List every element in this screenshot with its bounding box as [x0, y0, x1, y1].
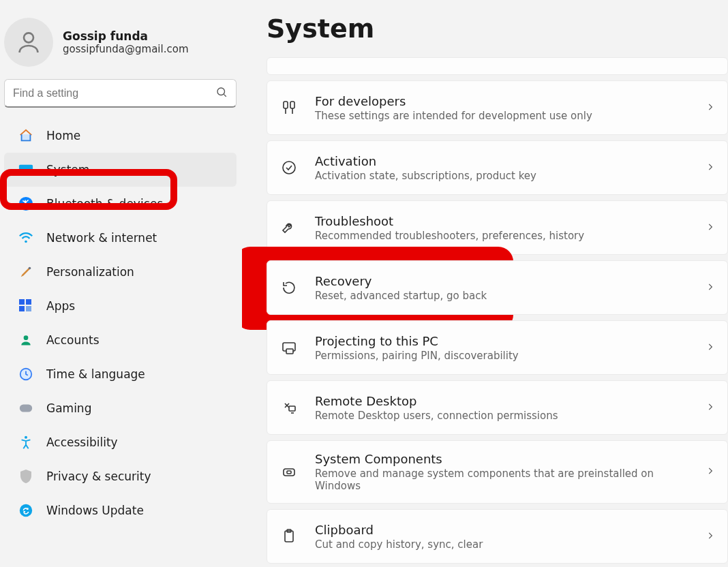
card-remote-desktop[interactable]: Remote Desktop Remote Desktop users, con… — [267, 380, 728, 435]
card-title: Activation — [315, 154, 689, 168]
card-text: Clipboard Cut and copy history, sync, cl… — [315, 523, 689, 551]
nav-label: Bluetooth & devices — [46, 197, 163, 211]
chevron-right-icon — [706, 401, 715, 414]
card-for-developers[interactable]: For developers These settings are intend… — [267, 80, 728, 135]
card-sub: These settings are intended for developm… — [315, 110, 689, 122]
nav-label: Apps — [46, 299, 75, 313]
card-title: Projecting to this PC — [315, 334, 689, 348]
recovery-highlight-wrap: Recovery Reset, advanced startup, go bac… — [267, 260, 728, 315]
nav-home[interactable]: Home — [4, 119, 237, 153]
svg-point-7 — [29, 267, 31, 270]
nav-privacy[interactable]: Privacy & security — [4, 459, 237, 493]
bluetooth-icon — [18, 196, 34, 212]
avatar — [4, 18, 53, 67]
user-text: Gossip funda gossipfunda@gmail.com — [63, 29, 189, 55]
chevron-right-icon — [706, 465, 715, 478]
card-stub-top[interactable] — [267, 57, 728, 75]
nav-label: Accounts — [46, 333, 100, 347]
shield-icon — [18, 468, 34, 485]
card-text: Activation Activation state, subscriptio… — [315, 154, 689, 182]
card-text: Troubleshoot Recommended troubleshooters… — [315, 214, 689, 242]
nav-gaming[interactable]: Gaming — [4, 391, 237, 425]
nav-label: Privacy & security — [46, 470, 151, 483]
nav-time-language[interactable]: Time & language — [4, 357, 237, 391]
card-text: Remote Desktop Remote Desktop users, con… — [315, 394, 689, 422]
svg-rect-21 — [286, 349, 293, 354]
card-title: Recovery — [315, 274, 689, 288]
svg-point-0 — [24, 33, 33, 42]
svg-point-5 — [19, 197, 33, 211]
card-sub: Recommended troubleshooters, preferences… — [315, 230, 689, 242]
nav-apps[interactable]: Apps — [4, 289, 237, 323]
nav-accounts[interactable]: Accounts — [4, 323, 237, 357]
nav-label: Personalization — [46, 265, 134, 279]
card-sub: Remove and manage system components that… — [315, 468, 689, 492]
card-title: For developers — [315, 94, 689, 108]
svg-rect-17 — [284, 102, 288, 108]
card-sub: Remote Desktop users, connection permiss… — [315, 410, 689, 422]
check-circle-icon — [279, 159, 299, 176]
svg-rect-8 — [19, 299, 25, 305]
card-system-components[interactable]: System Components Remove and manage syst… — [267, 440, 728, 504]
card-sub: Activation state, subscriptions, product… — [315, 170, 689, 182]
svg-rect-24 — [287, 471, 291, 474]
update-icon — [18, 502, 34, 519]
settings-cards: For developers These settings are intend… — [267, 57, 728, 564]
search-icon — [215, 86, 228, 101]
accessibility-icon — [18, 434, 34, 450]
card-clipboard[interactable]: Clipboard Cut and copy history, sync, cl… — [267, 509, 728, 564]
svg-rect-11 — [26, 306, 31, 311]
card-recovery[interactable]: Recovery Reset, advanced startup, go bac… — [267, 260, 728, 315]
apps-icon — [18, 298, 34, 314]
chevron-right-icon — [706, 102, 715, 114]
nav-system[interactable]: System — [4, 153, 237, 187]
svg-point-6 — [25, 241, 27, 243]
svg-rect-18 — [290, 102, 294, 108]
card-title: Remote Desktop — [315, 394, 689, 408]
chevron-right-icon — [706, 221, 715, 234]
person-icon — [18, 332, 34, 348]
nav-personalization[interactable]: Personalization — [4, 255, 237, 289]
svg-point-1 — [217, 88, 225, 95]
wrench-icon — [279, 219, 299, 236]
nav-windows-update[interactable]: Windows Update — [4, 493, 237, 527]
svg-rect-22 — [289, 406, 295, 411]
svg-point-12 — [24, 335, 29, 340]
brush-icon — [18, 264, 34, 280]
components-icon — [279, 464, 299, 480]
nav-label: Time & language — [46, 367, 145, 381]
card-activation[interactable]: Activation Activation state, subscriptio… — [267, 140, 728, 195]
card-text: Recovery Reset, advanced startup, go bac… — [315, 274, 689, 302]
nav-bluetooth[interactable]: Bluetooth & devices — [4, 187, 237, 221]
nav-network[interactable]: Network & internet — [4, 221, 237, 255]
page-title: System — [267, 14, 728, 44]
chevron-right-icon — [706, 162, 715, 174]
nav-label: Accessibility — [46, 435, 118, 449]
chevron-right-icon — [706, 530, 715, 543]
user-name: Gossip funda — [63, 29, 189, 43]
user-account-block[interactable]: Gossip funda gossipfunda@gmail.com — [0, 5, 242, 74]
search-box[interactable] — [4, 79, 237, 108]
nav-list: Home System Bluetooth & devices Network … — [0, 119, 242, 527]
system-icon — [18, 162, 34, 178]
card-title: Clipboard — [315, 523, 689, 537]
card-text: System Components Remove and manage syst… — [315, 452, 689, 492]
card-text: For developers These settings are intend… — [315, 94, 689, 122]
chevron-right-icon — [706, 281, 715, 294]
card-projecting[interactable]: Projecting to this PC Permissions, pairi… — [267, 320, 728, 375]
remote-desktop-icon — [279, 399, 299, 416]
card-title: System Components — [315, 452, 689, 466]
svg-line-2 — [224, 94, 226, 96]
clipboard-icon — [279, 528, 299, 545]
nav-accessibility[interactable]: Accessibility — [4, 425, 237, 459]
recovery-icon — [279, 279, 299, 296]
gamepad-icon — [18, 400, 34, 416]
card-sub: Reset, advanced startup, go back — [315, 290, 689, 302]
search-input[interactable] — [13, 87, 215, 99]
clock-globe-icon — [18, 366, 34, 382]
nav-label: System — [46, 163, 89, 177]
svg-point-15 — [25, 436, 27, 439]
user-email: gossipfunda@gmail.com — [63, 43, 189, 55]
card-sub: Permissions, pairing PIN, discoverabilit… — [315, 350, 689, 362]
svg-rect-9 — [26, 299, 31, 305]
